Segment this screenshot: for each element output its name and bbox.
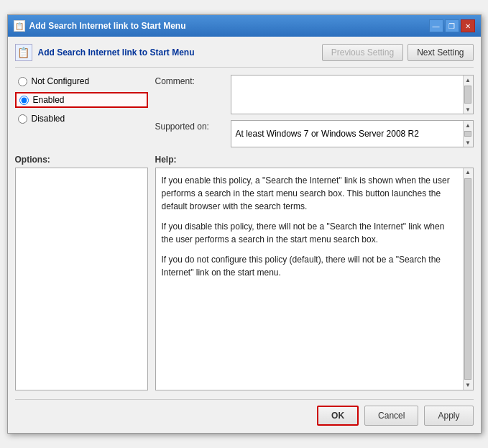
policy-icon: 📋 xyxy=(15,44,32,61)
disabled-option: Disabled xyxy=(15,112,148,125)
help-paragraph-1: If you enable this policy, a "Search the… xyxy=(162,174,459,213)
title-bar: 📋 Add Search Internet link to Start Menu… xyxy=(8,15,481,37)
scroll-up-arrow[interactable]: ▲ xyxy=(464,76,472,84)
help-paragraph-2: If you disable this policy, there will n… xyxy=(162,220,459,246)
help-scroll-up[interactable]: ▲ xyxy=(464,168,472,177)
scroll-thumb xyxy=(464,86,471,104)
left-panel: Not Configured Enabled Disabled xyxy=(15,75,148,155)
header-left: 📋 Add Search Internet link to Start Menu xyxy=(15,44,195,61)
header-row: 📋 Add Search Internet link to Start Menu… xyxy=(15,44,474,68)
minimize-button[interactable]: — xyxy=(429,19,443,32)
comment-row: Comment: ▲ ▼ xyxy=(155,75,474,114)
supported-scroll-up[interactable]: ▲ xyxy=(464,121,472,129)
options-header: Options: xyxy=(15,155,148,165)
title-bar-left: 📋 Add Search Internet link to Start Menu xyxy=(14,20,186,32)
not-configured-radio[interactable] xyxy=(18,77,27,86)
disabled-label: Disabled xyxy=(32,114,65,124)
enabled-radio[interactable] xyxy=(19,96,29,105)
disabled-radio[interactable] xyxy=(18,114,27,124)
help-scrollbar: ▲ ▼ xyxy=(463,168,473,390)
supported-box: At least Windows 7 or Windows Server 200… xyxy=(231,120,474,147)
title-controls: — ❐ ✕ xyxy=(429,19,475,32)
footer-row: OK Cancel Apply xyxy=(15,399,474,426)
supported-scroll-thumb xyxy=(464,131,471,137)
help-column: Help: If you enable this policy, a "Sear… xyxy=(155,155,474,390)
close-button[interactable]: ✕ xyxy=(461,19,475,32)
main-window: 📋 Add Search Internet link to Start Menu… xyxy=(7,14,482,434)
supported-scroll-down[interactable]: ▼ xyxy=(464,138,472,147)
comment-box: ▲ ▼ xyxy=(231,75,474,114)
supported-value: At least Windows 7 or Windows Server 200… xyxy=(231,126,432,142)
supported-scrollbar: ▲ ▼ xyxy=(463,121,473,147)
help-scroll-thumb xyxy=(464,178,471,380)
options-box xyxy=(15,168,148,390)
comment-label: Comment: xyxy=(155,75,231,86)
cancel-button[interactable]: Cancel xyxy=(364,406,418,426)
help-paragraph-3: If you do not configure this policy (def… xyxy=(162,253,459,279)
right-panel: Comment: ▲ ▼ Supported on: At least Wind… xyxy=(155,75,474,155)
enabled-label: Enabled xyxy=(33,95,65,105)
supported-row: Supported on: At least Windows 7 or Wind… xyxy=(155,120,474,147)
header-buttons: Previous Setting Next Setting xyxy=(322,44,474,61)
next-setting-button[interactable]: Next Setting xyxy=(408,44,473,61)
header-title: Add Search Internet link to Start Menu xyxy=(38,47,195,58)
radio-group: Not Configured Enabled Disabled xyxy=(15,75,148,125)
not-configured-label: Not Configured xyxy=(32,76,90,86)
help-header: Help: xyxy=(155,155,474,165)
content-area: Not Configured Enabled Disabled Comm xyxy=(15,75,474,155)
window-icon: 📋 xyxy=(14,20,25,32)
window-title: Add Search Internet link to Start Menu xyxy=(29,21,186,31)
apply-button[interactable]: Apply xyxy=(424,406,473,426)
two-col-section: Options: Help: If you enable this policy… xyxy=(15,155,474,390)
ok-button[interactable]: OK xyxy=(317,406,359,426)
scroll-down-arrow[interactable]: ▼ xyxy=(464,105,472,114)
help-scroll-down[interactable]: ▼ xyxy=(464,381,472,390)
previous-setting-button[interactable]: Previous Setting xyxy=(322,44,403,61)
help-box: If you enable this policy, a "Search the… xyxy=(155,168,474,390)
window-body: 📋 Add Search Internet link to Start Menu… xyxy=(8,37,481,433)
restore-button[interactable]: ❐ xyxy=(445,19,459,32)
not-configured-option: Not Configured xyxy=(15,75,148,88)
supported-label: Supported on: xyxy=(155,120,231,132)
enabled-option: Enabled xyxy=(15,92,148,108)
comment-scrollbar: ▲ ▼ xyxy=(463,76,473,114)
options-column: Options: xyxy=(15,155,148,390)
